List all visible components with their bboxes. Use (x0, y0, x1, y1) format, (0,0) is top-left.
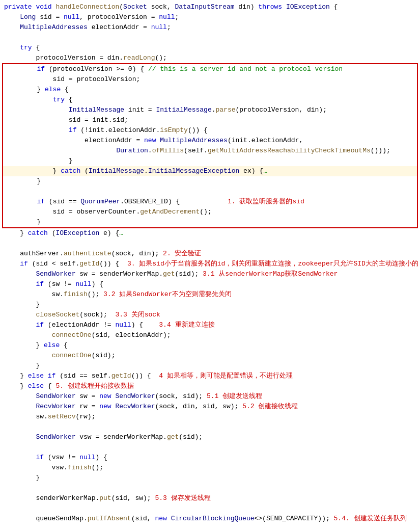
hl-line-12: } (3, 176, 417, 187)
highlighted-block: if (protocolVersion >= 0) { // this is a… (2, 63, 418, 228)
line-if-vsw: if (vsw != null) { (0, 453, 420, 463)
line-queuesendmap: queueSendMap.putIfAbsent(sid, new Circul… (0, 514, 420, 524)
hl-line-15: sid = observerCounter.getAndDecrement(); (3, 207, 417, 217)
hl-line-10: } (3, 156, 417, 166)
line-6: protocolVersion = din.readLong(); (0, 53, 420, 63)
hl-line-7: if (!init.electionAddr.isEmpty()) { (3, 125, 417, 136)
line-empty-6 (0, 524, 420, 531)
line-empty-3 (0, 442, 420, 453)
line-2: Long sid = null, protocolVersion = null; (0, 12, 420, 22)
line-close-if-vsw: } (0, 473, 420, 483)
line-if-sid: if (sid < self.getId()) { 3. 如果sid小于当前服务… (0, 259, 420, 269)
hl-line-6: sid = init.sid; (3, 115, 417, 125)
line-sendworker-new: SendWorker sw = new SendWorker(sock, sid… (0, 391, 420, 402)
hl-line-16: } (3, 217, 417, 227)
line-connectone-1: connectOne(sid, electionAddr); (0, 330, 420, 340)
line-3: MultipleAddresses electionAddr = null; (0, 22, 420, 33)
line-else-1: } else { (0, 340, 420, 351)
line-connectone-2: connectOne(sid); (0, 351, 420, 361)
line-if-electionaddr: if (electionAddr != null) { 3.4 重新建立连接 (0, 320, 420, 330)
code-container: private void handleConnection(Socket soc… (0, 0, 420, 531)
hl-line-8: electionAddr = new MultipleAddresses(ini… (3, 136, 417, 146)
line-empty-2 (0, 422, 420, 432)
hl-line-3: } else { (3, 85, 417, 95)
line-empty-5 (0, 503, 420, 514)
hl-line-14: if (sid == QuorumPeer.OBSERVER_ID) { 1. … (3, 197, 417, 207)
line-else-if-sid: } else if (sid == self.getId()) { 4 如果相等… (0, 371, 420, 381)
line-4 (0, 33, 420, 43)
line-closesocket: closeSocket(sock); 3.3 关闭sock (0, 310, 420, 320)
line-sw-finish: sw.finish(); 3.2 如果SendWorker不为空则需要先关闭 (0, 289, 420, 300)
line-empty-4 (0, 483, 420, 493)
hl-line-1: if (protocolVersion >= 0) { // this is a… (3, 64, 417, 74)
hl-line-4: try { (3, 95, 417, 105)
line-1: private void handleConnection(Socket soc… (0, 2, 420, 12)
line-close-else-1: } (0, 361, 420, 371)
line-auth: authServer.authenticate(sock, din); 2. 安… (0, 249, 420, 259)
hl-line-2: sid = protocolVersion; (3, 74, 417, 85)
line-recvworker-new: RecvWorker rw = new RecvWorker(sock, din… (0, 402, 420, 412)
line-vsw-finish: vsw.finish(); (0, 463, 420, 473)
hl-line-9: Duration.ofMillis(self.getMultiAddressRe… (3, 146, 417, 156)
line-close-if-sw: } (0, 300, 420, 310)
hl-line-11: } catch (InitialMessage.InitialMessageEx… (3, 166, 417, 176)
line-else-2: } else { 5. 创建线程开始接收数据 (0, 381, 420, 391)
line-vsw: SendWorker vsw = senderWorkerMap.get(sid… (0, 432, 420, 442)
hl-line-13 (3, 187, 417, 197)
line-setrecv: sw.setRecv(rw); (0, 412, 420, 422)
line-if-sw: if (sw != null) { (0, 279, 420, 289)
hl-line-5: InitialMessage init = InitialMessage.par… (3, 105, 417, 115)
line-5: try { (0, 43, 420, 53)
line-catch-io: } catch (IOException e) {… (0, 228, 420, 238)
line-sendermap-put: senderWorkerMap.put(sid, sw); 5.3 保存发送线程 (0, 493, 420, 503)
line-empty-1 (0, 238, 420, 249)
line-sw: SendWorker sw = senderWorkerMap.get(sid)… (0, 269, 420, 279)
